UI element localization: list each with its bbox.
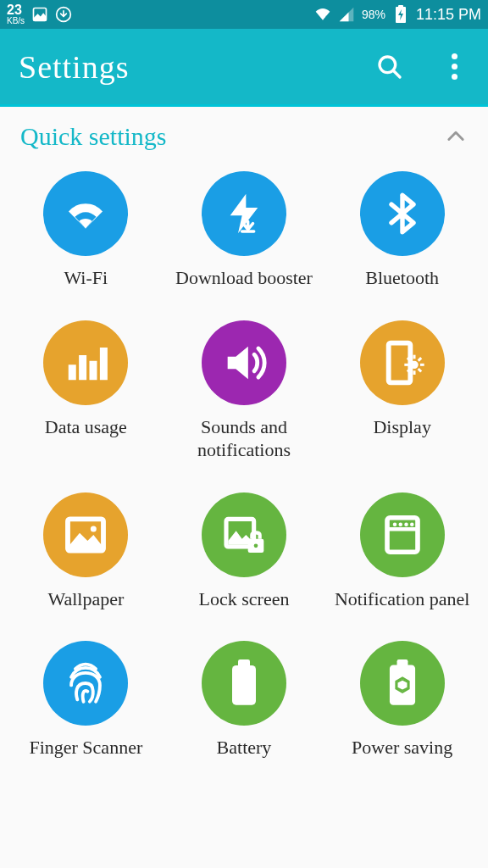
wifi-icon <box>43 171 128 256</box>
signal-icon <box>338 6 355 23</box>
tile-wallpaper[interactable]: Wallpaper <box>7 492 165 611</box>
search-icon <box>376 53 403 81</box>
tile-battery[interactable]: Battery <box>165 641 324 760</box>
tile-display[interactable]: Display <box>323 320 481 462</box>
tile-power-saving[interactable]: Power saving <box>323 641 481 760</box>
tile-label: Display <box>373 415 430 439</box>
tile-label: Wallpaper <box>47 587 124 611</box>
svg-point-22 <box>91 526 97 531</box>
svg-rect-35 <box>396 659 408 667</box>
svg-point-27 <box>392 522 396 526</box>
battery-percent: 98% <box>362 8 385 21</box>
download-manager-icon <box>55 6 72 23</box>
svg-line-5 <box>393 70 400 77</box>
search-button[interactable] <box>376 53 403 81</box>
tile-label: Wi-Fi <box>64 266 108 290</box>
tile-label: Sounds and notifications <box>172 415 316 462</box>
data-usage-icon <box>43 320 128 405</box>
fingerprint-icon <box>43 641 128 726</box>
svg-rect-3 <box>398 5 403 8</box>
svg-rect-32 <box>232 665 256 705</box>
status-bar: 23 KB/s 98% 11:15 PM <box>0 0 488 29</box>
page-title: Settings <box>19 48 129 86</box>
tile-lock-screen[interactable]: Lock screen <box>165 492 324 611</box>
battery-charging-icon <box>392 6 409 23</box>
svg-point-25 <box>254 543 258 548</box>
tile-label: Power saving <box>352 736 452 760</box>
more-icon <box>452 53 458 80</box>
svg-point-12 <box>410 360 418 368</box>
svg-rect-9 <box>90 360 97 380</box>
tile-data-usage[interactable]: Data usage <box>7 320 165 462</box>
tile-finger-scanner[interactable]: Finger Scanner <box>7 641 165 760</box>
svg-rect-8 <box>79 355 86 380</box>
power-saving-icon <box>360 641 445 726</box>
network-speed: 23 KB/s <box>7 4 25 24</box>
tile-bluetooth[interactable]: Bluetooth <box>323 171 481 290</box>
display-icon <box>360 320 445 405</box>
svg-point-28 <box>398 522 402 526</box>
tile-label: Battery <box>217 736 272 760</box>
action-bar: Settings <box>0 29 488 107</box>
svg-rect-11 <box>388 342 410 382</box>
tile-label: Notification panel <box>335 587 469 611</box>
battery-icon <box>202 641 286 726</box>
tile-label: Lock screen <box>199 587 290 611</box>
lock-screen-icon <box>202 492 286 577</box>
image-icon <box>31 6 48 23</box>
svg-point-29 <box>404 522 408 526</box>
notification-panel-icon <box>360 492 445 577</box>
svg-rect-7 <box>69 364 76 380</box>
tile-download-booster[interactable]: Download booster <box>165 171 324 290</box>
tile-notification-panel[interactable]: Notification panel <box>323 492 481 611</box>
tile-sounds[interactable]: Sounds and notifications <box>165 320 324 462</box>
wallpaper-icon <box>43 492 128 577</box>
download-booster-icon <box>202 171 286 256</box>
sound-icon <box>202 320 286 405</box>
bluetooth-icon <box>360 171 445 256</box>
tile-label: Download booster <box>175 266 313 290</box>
quick-settings-grid: Wi-Fi Download booster Bluetooth Data us… <box>0 159 488 771</box>
chevron-up-icon <box>444 125 468 148</box>
svg-rect-33 <box>238 659 250 667</box>
tile-label: Finger Scanner <box>29 736 142 760</box>
svg-point-30 <box>410 522 414 526</box>
svg-line-18 <box>418 369 421 372</box>
section-title: Quick settings <box>20 122 167 151</box>
svg-line-19 <box>418 358 421 361</box>
tile-label: Bluetooth <box>365 266 439 290</box>
quick-settings-header[interactable]: Quick settings <box>0 107 488 159</box>
wifi-status-icon <box>314 6 331 23</box>
more-options-button[interactable] <box>441 53 468 81</box>
tile-label: Data usage <box>45 415 127 439</box>
svg-rect-34 <box>390 665 415 704</box>
svg-rect-10 <box>100 348 108 380</box>
tile-wifi[interactable]: Wi-Fi <box>7 171 165 290</box>
status-time: 11:15 PM <box>416 6 481 24</box>
